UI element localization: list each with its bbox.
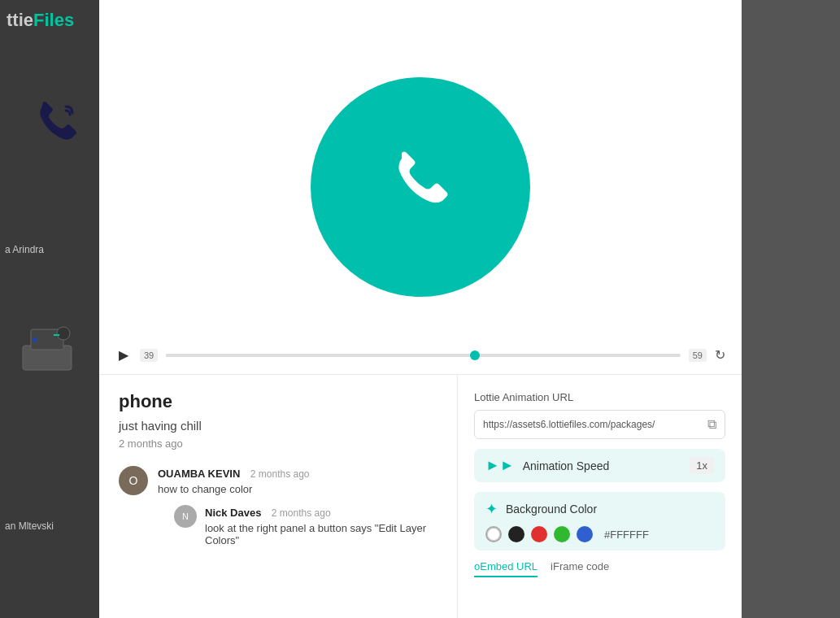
sidebar-item-2 [7, 301, 88, 382]
comment-header: OUAMBA KEVIN 2 months ago [158, 466, 437, 481]
left-panel: phone just having chill 2 months ago O O… [99, 375, 457, 618]
reply-header: Nick Daves 2 months ago [205, 505, 437, 520]
comment-author: OUAMBA KEVIN [158, 468, 240, 480]
comment-text: how to change color [158, 483, 437, 495]
comment-date: 2 months ago [250, 468, 310, 480]
color-swatch-white[interactable] [485, 526, 502, 542]
animation-time: 2 months ago [119, 437, 437, 450]
svg-point-4 [57, 327, 70, 340]
comment-content: OUAMBA KEVIN 2 months ago how to change … [158, 466, 437, 546]
preview-area: ▶ 39 59 ↻ [99, 0, 742, 374]
sidebar: ttieFiles a Arindra an Mltevski [0, 0, 99, 618]
bg-color-header: ✦ Background Color [485, 500, 714, 518]
speed-section[interactable]: ►► Animation Speed 1x [474, 449, 725, 482]
sidebar-phone-animation [15, 89, 88, 154]
timeline-track[interactable] [166, 354, 681, 357]
reply-author: Nick Daves [205, 507, 261, 519]
timeline-controls: ▶ 39 59 ↻ [99, 344, 742, 366]
bottom-section: phone just having chill 2 months ago O O… [99, 374, 742, 618]
url-section-title: Lottie Animation URL [474, 391, 725, 403]
replay-button[interactable]: ↻ [715, 347, 725, 363]
frame-start-label: 39 [140, 349, 158, 362]
play-button[interactable]: ▶ [115, 344, 132, 366]
bg-color-label: Background Color [506, 503, 597, 516]
color-swatch-black[interactable] [508, 526, 524, 542]
frame-end-label: 59 [689, 349, 707, 362]
bg-color-icon: ✦ [485, 500, 498, 518]
reply-avatar: N [174, 505, 197, 528]
reply-date: 2 months ago [272, 507, 331, 519]
reply-text: look at the right panel a button says "E… [205, 522, 437, 546]
color-swatch-blue[interactable] [577, 526, 593, 542]
avatar: O [119, 466, 148, 495]
timeline-thumb [470, 350, 480, 360]
timeline-fill [166, 354, 475, 357]
embed-tabs: oEmbed URL iFrame code [474, 560, 725, 577]
url-input-row: https://assets6.lottiefiles.com/packages… [474, 410, 725, 439]
phone-icon-svg [368, 134, 473, 240]
speed-badge: 1x [690, 457, 714, 474]
bg-color-section: ✦ Background Color #FFFFFF [474, 492, 725, 551]
tab-oembed[interactable]: oEmbed URL [474, 560, 538, 577]
comment-item: O OUAMBA KEVIN 2 months ago how to chang… [119, 466, 437, 546]
svg-point-6 [33, 337, 37, 342]
url-input-text: https://assets6.lottiefiles.com/packages… [483, 419, 701, 430]
phone-animation-preview [311, 77, 530, 297]
animation-title: phone [119, 391, 437, 412]
right-panel: Lottie Animation URL https://assets6.lot… [457, 375, 742, 618]
color-hex-value: #FFFFFF [604, 529, 649, 541]
sidebar-label-1: a Arindra [5, 244, 44, 255]
speed-icon: ►► [485, 457, 515, 474]
reply-content: Nick Daves 2 months ago look at the righ… [205, 505, 437, 546]
tab-iframe[interactable]: iFrame code [551, 560, 609, 577]
sidebar-label-2: an Mltevski [5, 520, 54, 532]
speed-label: Animation Speed [523, 459, 682, 472]
logo-prefix: ttie [7, 10, 33, 30]
reply-item: N Nick Daves 2 months ago look at the ri… [174, 505, 437, 546]
animation-description: just having chill [119, 419, 437, 433]
modal: ▶ 39 59 ↻ phone just having chill 2 mont… [99, 0, 742, 618]
logo-suffix: Files [33, 10, 74, 30]
app-logo: ttieFiles [7, 10, 74, 31]
color-swatches: #FFFFFF [485, 526, 714, 542]
color-swatch-red[interactable] [531, 526, 547, 542]
color-swatch-green[interactable] [554, 526, 570, 542]
copy-icon[interactable]: ⧉ [707, 417, 716, 432]
